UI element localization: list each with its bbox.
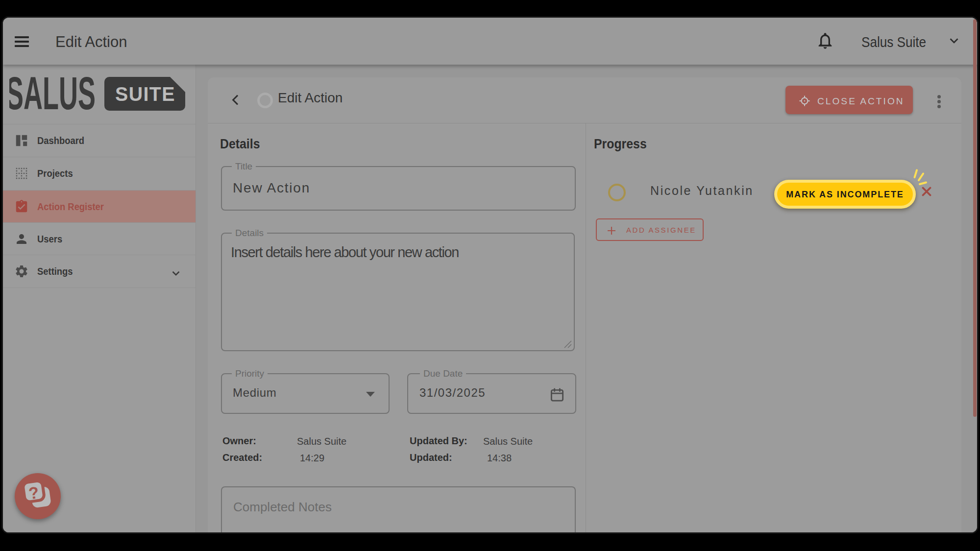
svg-text:SUITE: SUITE	[115, 83, 175, 105]
svg-text:SALUS: SALUS	[9, 74, 96, 112]
